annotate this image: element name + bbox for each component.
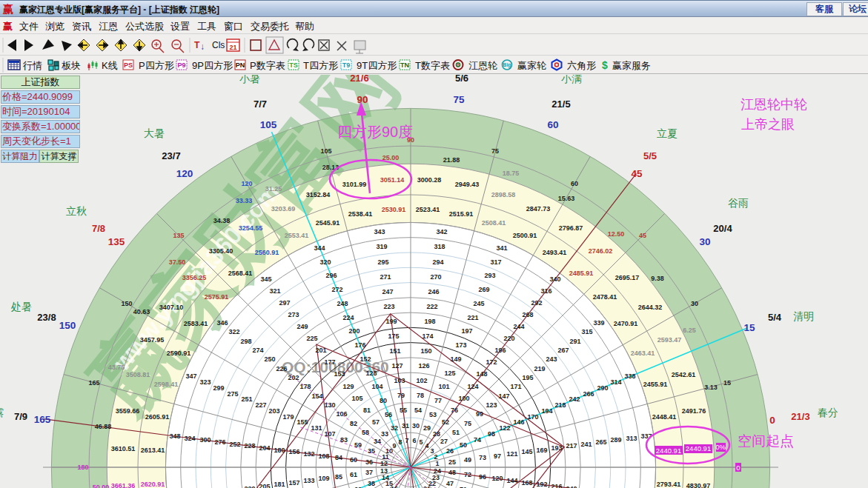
svg-text:131: 131: [311, 424, 322, 432]
svg-text:2620.91: 2620.91: [141, 481, 165, 488]
svg-text:2847.73: 2847.73: [526, 205, 551, 213]
svg-text:299: 299: [213, 384, 224, 392]
svg-text:5: 5: [419, 438, 423, 446]
svg-text:18.75: 18.75: [503, 170, 520, 177]
svg-text:144: 144: [506, 477, 517, 484]
svg-text:7/9: 7/9: [14, 411, 27, 422]
svg-text:3610.51: 3610.51: [111, 445, 136, 452]
svg-text:269: 269: [478, 286, 489, 293]
svg-text:346: 346: [216, 319, 228, 327]
svg-text:146: 146: [513, 418, 524, 426]
svg-text:28.13: 28.13: [322, 164, 339, 171]
svg-text:339: 339: [593, 319, 604, 327]
svg-text:150: 150: [59, 320, 76, 331]
svg-text:空间起点: 空间起点: [738, 433, 794, 449]
svg-text:315: 315: [581, 328, 592, 335]
svg-text:319: 319: [376, 243, 387, 250]
svg-text:99: 99: [476, 410, 483, 418]
svg-text:147: 147: [498, 392, 509, 400]
svg-text:7/8: 7/8: [92, 223, 105, 234]
svg-text:上帝之眼: 上帝之眼: [741, 117, 795, 132]
svg-text:21.88: 21.88: [443, 156, 460, 164]
svg-text:80: 80: [380, 397, 387, 404]
svg-text:150: 150: [121, 300, 132, 307]
svg-text:168: 168: [521, 479, 532, 487]
svg-text:132: 132: [303, 450, 314, 458]
svg-text:3.13: 3.13: [704, 384, 718, 391]
svg-text:谷雨: 谷雨: [728, 197, 749, 209]
svg-text:小暑: 小暑: [239, 75, 260, 84]
svg-text:春分: 春分: [818, 407, 838, 418]
svg-text:21/3: 21/3: [791, 411, 809, 422]
svg-text:2644.32: 2644.32: [638, 304, 663, 311]
svg-text:5/5: 5/5: [643, 150, 657, 161]
svg-text:15.63: 15.63: [558, 195, 575, 202]
svg-text:2470.91: 2470.91: [614, 320, 638, 327]
svg-text:154: 154: [311, 392, 322, 400]
svg-text:4830.97: 4830.97: [686, 482, 711, 488]
svg-text:151: 151: [389, 347, 400, 355]
svg-text:27: 27: [440, 438, 448, 445]
svg-text:109: 109: [318, 475, 329, 482]
svg-text:241: 241: [580, 441, 592, 448]
svg-text:343: 343: [374, 228, 385, 235]
svg-text:3407.10: 3407.10: [159, 304, 184, 311]
svg-text:2508.41: 2508.41: [482, 219, 506, 227]
svg-text:345: 345: [260, 275, 271, 283]
svg-text:51: 51: [452, 429, 460, 436]
svg-text:265: 265: [595, 438, 606, 446]
svg-text:129: 129: [342, 383, 354, 390]
svg-text:120: 120: [491, 475, 503, 482]
svg-text:6.25: 6.25: [683, 327, 696, 334]
svg-text:173: 173: [455, 341, 466, 349]
svg-text:15: 15: [743, 322, 755, 333]
svg-text:2605.91: 2605.91: [145, 413, 170, 421]
svg-text:102: 102: [416, 377, 427, 384]
svg-text:198: 198: [424, 318, 435, 325]
svg-text:60: 60: [571, 180, 578, 187]
svg-text:37: 37: [365, 469, 373, 476]
svg-text:33.33: 33.33: [236, 197, 253, 204]
svg-text:176: 176: [354, 341, 365, 349]
svg-text:274: 274: [252, 347, 263, 354]
svg-text:225: 225: [306, 335, 317, 342]
svg-text:194: 194: [541, 407, 552, 415]
svg-text:297: 297: [279, 299, 290, 307]
svg-text:101: 101: [438, 383, 449, 390]
svg-text:8: 8: [398, 438, 402, 446]
svg-text:298: 298: [240, 338, 251, 345]
svg-text:57: 57: [372, 418, 380, 426]
svg-text:43.75: 43.75: [108, 364, 125, 371]
svg-text:105: 105: [320, 147, 331, 155]
svg-text:221: 221: [467, 314, 478, 321]
svg-text:148: 148: [476, 370, 487, 378]
svg-text:58: 58: [362, 429, 369, 436]
svg-text:12.50: 12.50: [608, 230, 625, 238]
svg-text:107: 107: [324, 430, 335, 438]
svg-text:2523.41: 2523.41: [416, 206, 440, 213]
svg-text:322: 322: [228, 328, 239, 335]
svg-text:165: 165: [34, 414, 51, 425]
svg-text:3356.25: 3356.25: [182, 274, 207, 281]
svg-text:2530.91: 2530.91: [382, 206, 406, 213]
svg-text:立秋: 立秋: [66, 205, 87, 217]
svg-text:273: 273: [288, 311, 299, 318]
svg-text:165: 165: [88, 379, 99, 387]
svg-text:46.88: 46.88: [95, 423, 112, 430]
svg-text:291: 291: [569, 338, 580, 345]
svg-text:2590.91: 2590.91: [167, 350, 191, 357]
svg-text:38: 38: [368, 480, 375, 487]
svg-text:3305.40: 3305.40: [209, 247, 233, 255]
svg-text:108: 108: [318, 452, 329, 460]
svg-text:3: 3: [430, 447, 434, 455]
svg-text:2545.91: 2545.91: [316, 219, 340, 227]
svg-text:9.38: 9.38: [651, 275, 664, 282]
svg-text:30: 30: [691, 300, 698, 307]
svg-text:197: 197: [461, 327, 472, 335]
svg-text:219: 219: [534, 365, 545, 372]
svg-text:222: 222: [426, 303, 437, 310]
svg-text:小满: 小满: [561, 75, 582, 84]
svg-text:3254.55: 3254.55: [239, 224, 263, 232]
svg-text:155: 155: [296, 418, 308, 426]
svg-text:289: 289: [610, 436, 621, 444]
